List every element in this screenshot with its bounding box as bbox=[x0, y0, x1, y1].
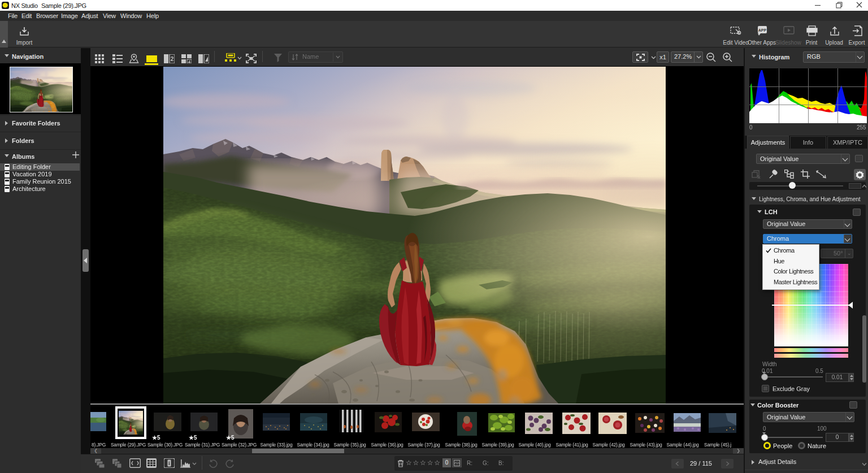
svg-text:i: i bbox=[168, 460, 170, 466]
svg-text:APP: APP bbox=[758, 28, 767, 32]
svg-text:2: 2 bbox=[171, 56, 174, 62]
svg-text:4: 4 bbox=[188, 60, 190, 63]
